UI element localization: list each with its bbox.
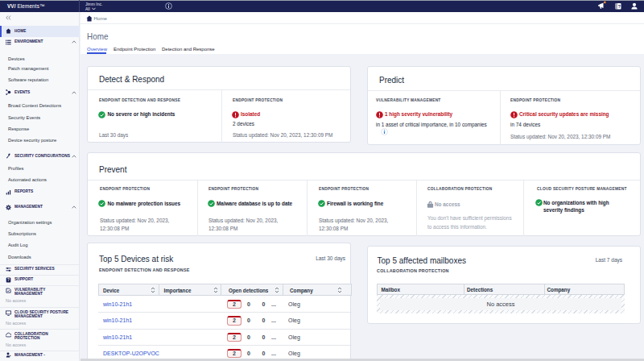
svg-text:?: ? — [618, 4, 621, 9]
svg-text:?: ? — [7, 278, 10, 282]
